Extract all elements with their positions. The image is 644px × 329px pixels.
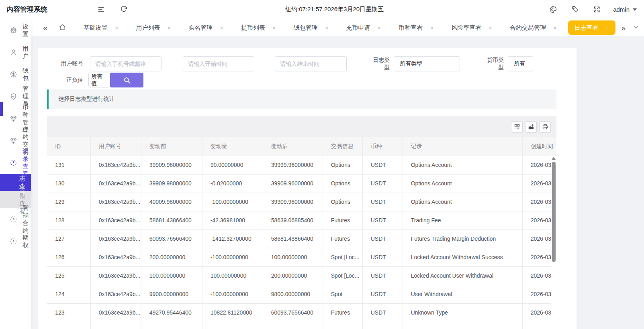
tab-close-icon[interactable]: × xyxy=(606,24,609,31)
sidebar: 设置 用户 钱包 管理员 币种管理 合约交易 记录查看 日志查看 奖励查看 智能… xyxy=(0,19,31,329)
tab-close-icon[interactable]: × xyxy=(378,24,381,31)
table-cell: Futures xyxy=(323,211,362,229)
column-header: ID xyxy=(47,137,90,156)
tab-close-icon[interactable]: × xyxy=(272,24,276,31)
tab-close-icon[interactable]: × xyxy=(115,24,119,31)
sidebar-item-10[interactable]: 期权 xyxy=(0,230,31,252)
tab-item-8[interactable]: 合约交易管理 × xyxy=(503,20,563,35)
tab-item-7[interactable]: 风险率查看 × xyxy=(445,20,499,35)
tab-item-1[interactable]: 用户列表 × xyxy=(130,20,178,35)
sign-select[interactable]: 所有值 xyxy=(88,73,110,87)
table-cell: 129 xyxy=(47,193,90,211)
filter-row-1: 用户账号 日志类型 所有类型 货币类型 所有 xyxy=(47,56,568,71)
search-button[interactable] xyxy=(110,73,143,87)
fold-menu-icon[interactable] xyxy=(94,3,108,16)
tab-item-4[interactable]: 钱包管理 × xyxy=(287,20,335,35)
table-cell: 124 xyxy=(47,285,90,303)
scroll-up-arrow-icon[interactable] xyxy=(552,157,556,160)
tag-icon[interactable] xyxy=(568,3,582,16)
clock-display: 纽约:07:21:57 2026年3月20日星期五 xyxy=(131,6,538,13)
sidebar-item-9[interactable]: 智能合约 xyxy=(0,208,31,230)
account-input[interactable] xyxy=(90,56,162,71)
tab-close-icon[interactable]: × xyxy=(220,24,223,31)
table-cell: Locked Account User Withdrawal xyxy=(403,266,522,285)
sidebar-item-0[interactable]: 设置 xyxy=(0,19,31,41)
filter-row-2: 正负值 所有值 xyxy=(47,73,568,87)
column-header: 变动后 xyxy=(263,137,323,156)
tab-item-2[interactable]: 实名管理 × xyxy=(182,20,230,35)
print-icon[interactable] xyxy=(539,121,551,133)
tab-close-icon[interactable]: × xyxy=(430,24,433,31)
end-time-input[interactable] xyxy=(275,56,347,71)
table-cell: Options xyxy=(323,156,362,174)
table-cell: -100.00000000 xyxy=(202,193,263,211)
table-cell: 126 xyxy=(47,248,90,266)
table-cell: Options xyxy=(323,193,362,211)
app-title: 内容管理系统 xyxy=(0,5,86,14)
currency-type-label: 货币类型 xyxy=(482,57,504,71)
table-cell: 0x163ce42a9b... xyxy=(90,193,141,211)
table-toolbar xyxy=(47,116,556,137)
main-content: 用户账号 日志类型 所有类型 货币类型 所有 正负值 所有值 xyxy=(31,36,644,329)
tab-close-icon[interactable]: × xyxy=(168,24,171,31)
sidebar-item-label: 智能合约 xyxy=(22,204,31,235)
table-row: 1270x163ce42a9b...60093.76566400-1412.32… xyxy=(47,229,556,248)
refresh-icon[interactable] xyxy=(117,3,131,16)
table-cell: -1412.32700000 xyxy=(202,229,263,248)
table-row-partial xyxy=(47,322,556,329)
tab-item-9[interactable]: 日志查看 × xyxy=(568,20,616,35)
table-cell: -100.00000000 xyxy=(202,285,263,303)
table-row: 1280x163ce42a9b...58681.43866400-42.3698… xyxy=(47,211,556,229)
tab-label: 币种查看 xyxy=(399,24,423,32)
export-icon[interactable] xyxy=(525,121,537,133)
username: admin xyxy=(613,6,630,13)
table-cell xyxy=(362,322,403,329)
table-cell: Spot [Loc... xyxy=(323,248,362,266)
sidebar-item-2[interactable]: 钱包 xyxy=(0,63,31,85)
user-dropdown[interactable]: admin xyxy=(613,6,637,13)
table-body: 1310x163ce42a9b...39909.9600000090.00000… xyxy=(47,156,556,329)
table-cell: 49270.95446400 xyxy=(141,303,202,322)
tab-label: 充币申请 xyxy=(346,24,370,32)
tab-label: 钱包管理 xyxy=(294,24,318,32)
table-cell: 0x163ce42a9b... xyxy=(90,285,141,303)
sidebar-item-label: 设置 xyxy=(22,23,31,38)
gem-icon xyxy=(10,137,17,144)
history-icon xyxy=(10,215,17,223)
tabs-menu-chevron-down-icon[interactable] xyxy=(632,24,640,32)
sidebar-item-1[interactable]: 用户 xyxy=(0,41,31,63)
tab-item-3[interactable]: 提币列表 × xyxy=(235,20,282,35)
tab-item-0[interactable]: 基础设置 × xyxy=(77,20,125,35)
scrollbar-thumb[interactable] xyxy=(552,162,556,262)
currency-type-select[interactable]: 所有 xyxy=(508,56,533,71)
table-cell: Spot xyxy=(323,285,362,303)
table-row: 1230x163ce42a9b...49270.9544640010822.81… xyxy=(47,303,556,322)
tab-close-icon[interactable]: × xyxy=(553,24,557,31)
account-label: 用户账号 xyxy=(47,60,83,67)
table-cell: 200.00000000 xyxy=(141,248,202,266)
tab-label: 基础设置 xyxy=(84,24,108,32)
table-row: 1250x163ce42a9b...100.00000000100.000000… xyxy=(47,266,556,285)
log-table: ID用户账号变动前变动量变动后交易信息币种记录创建时间 1310x163ce42… xyxy=(47,137,556,329)
table-cell xyxy=(263,322,323,329)
table-cell xyxy=(323,322,362,329)
tabs-scroll-right-icon[interactable]: » xyxy=(620,24,626,32)
table-cell xyxy=(403,322,522,329)
tab-close-icon[interactable]: × xyxy=(489,24,492,31)
start-time-input[interactable] xyxy=(183,56,254,71)
fullscreen-icon[interactable] xyxy=(590,3,603,16)
sidebar-scroll-indicator[interactable] xyxy=(0,102,3,116)
tab-item-6[interactable]: 币种查看 × xyxy=(392,20,440,35)
tab-item-5[interactable]: 充币申请 × xyxy=(340,20,388,35)
table-cell: 200.00000000 xyxy=(263,266,323,285)
tab-close-icon[interactable]: × xyxy=(325,24,329,31)
table-cell: Futures xyxy=(323,303,362,322)
table-cell: 60093.76566400 xyxy=(141,229,202,248)
log-type-select[interactable]: 所有类型 xyxy=(394,56,460,71)
sign-label: 正负值 xyxy=(47,77,83,84)
tabs-scroll-left-icon[interactable]: « xyxy=(42,24,48,32)
sidebar-item-label: 期权 xyxy=(22,234,31,249)
column-settings-icon[interactable] xyxy=(511,121,523,133)
theme-palette-icon[interactable] xyxy=(546,3,560,16)
home-icon[interactable] xyxy=(58,24,67,32)
